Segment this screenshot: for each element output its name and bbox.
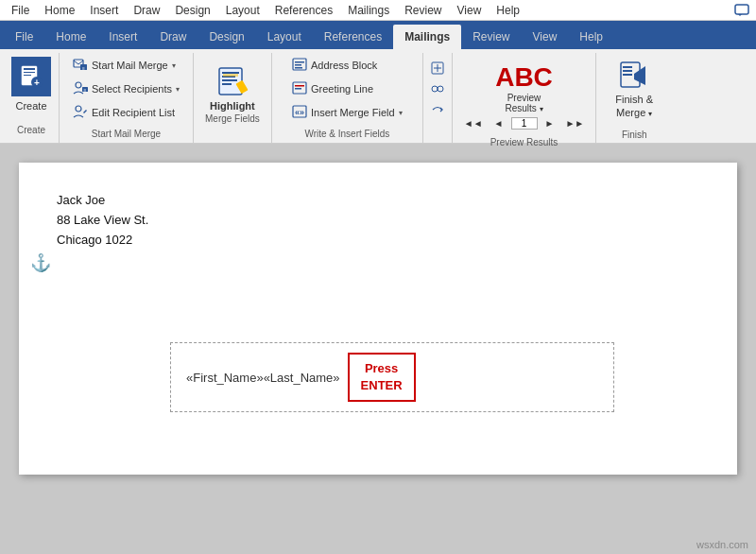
- update-labels-btn[interactable]: [427, 101, 448, 118]
- record-number-input[interactable]: [511, 117, 538, 130]
- menu-draw[interactable]: Draw: [126, 2, 167, 19]
- tab-help[interactable]: Help: [568, 25, 614, 49]
- svg-rect-36: [623, 74, 632, 76]
- greeting-line-btn[interactable]: Greeting Line: [286, 78, 408, 100]
- svg-rect-4: [24, 75, 31, 76]
- extra-buttons-group: [423, 53, 453, 143]
- svg-rect-15: [222, 72, 239, 74]
- svg-rect-22: [295, 61, 304, 63]
- start-mail-merge-group-label: Start Mail Merge: [92, 125, 161, 143]
- menu-review[interactable]: Review: [397, 2, 449, 19]
- svg-rect-2: [24, 68, 35, 70]
- svg-rect-18: [222, 83, 232, 85]
- highlight-merge-fields-btn[interactable]: Highlight Merge Fields: [201, 53, 264, 135]
- write-insert-fields-group-label: Write & Insert Fields: [304, 125, 389, 143]
- chat-icon[interactable]: [731, 0, 752, 21]
- last-record-btn[interactable]: ►►: [561, 117, 588, 130]
- press-enter-text: PressENTER: [361, 360, 403, 394]
- menu-file[interactable]: File: [4, 2, 37, 19]
- svg-rect-35: [623, 70, 632, 72]
- svg-rect-27: [295, 88, 301, 90]
- menu-insert[interactable]: Insert: [82, 2, 126, 19]
- watermark: wsxdn.com: [696, 539, 748, 550]
- svg-rect-20: [223, 74, 238, 77]
- svg-text:+: +: [34, 78, 40, 88]
- match-fields-btn[interactable]: [427, 80, 448, 97]
- next-btn[interactable]: ►: [541, 117, 558, 130]
- ribbon-group-start-mail-merge: ≡ Start Mail Merge ▾ ≡ Select Recipients…: [60, 53, 194, 143]
- anchor-icon: ⚓: [30, 252, 51, 273]
- svg-rect-34: [623, 66, 632, 68]
- ribbon: + Create Create ≡ Start Mail Merge ▾: [0, 49, 756, 144]
- address-block: Jack Joe 88 Lake View St. Chicago 1022: [57, 191, 699, 250]
- insert-merge-field-label: Insert Merge Field: [311, 107, 395, 118]
- menu-references[interactable]: References: [267, 2, 340, 19]
- ribbon-group-finish: Finish &Merge ▾ Finish: [596, 53, 672, 143]
- tab-references[interactable]: References: [313, 25, 393, 49]
- tab-layout[interactable]: Layout: [256, 25, 313, 49]
- edit-recipient-list-label: Edit Recipient List: [92, 107, 175, 118]
- svg-text:«»: «»: [295, 108, 304, 117]
- select-recipients-dropdown-icon: ▾: [176, 85, 180, 94]
- menu-view[interactable]: View: [450, 2, 490, 19]
- menu-help[interactable]: Help: [489, 2, 527, 19]
- address-line-3: Chicago 1022: [57, 231, 699, 251]
- tab-draw[interactable]: Draw: [148, 25, 198, 49]
- insert-merge-field-dropdown-icon: ▾: [399, 109, 403, 117]
- create-button[interactable]: + Create: [11, 57, 51, 112]
- document-page: ⚓ Jack Joe 88 Lake View St. Chicago 1022…: [19, 163, 737, 475]
- merge-field-text: «First_Name»«Last_Name»: [186, 371, 340, 385]
- svg-point-10: [76, 82, 81, 88]
- write-insert-buttons: Address Block Greeting Line «»: [286, 53, 408, 125]
- menu-mailings[interactable]: Mailings: [340, 2, 397, 19]
- tab-mailings[interactable]: Mailings: [393, 25, 461, 49]
- svg-point-13: [76, 106, 81, 112]
- tab-home[interactable]: Home: [44, 25, 97, 49]
- tab-review[interactable]: Review: [461, 25, 521, 49]
- insert-merge-field-btn[interactable]: «» Insert Merge Field ▾: [286, 102, 408, 124]
- address-block-btn[interactable]: Address Block: [286, 55, 408, 77]
- insert-merge-field-icon: «»: [292, 104, 307, 122]
- svg-text:≡: ≡: [82, 64, 85, 70]
- preview-results-btn[interactable]: ABC PreviewResults ▾: [491, 53, 557, 117]
- abc-icon: ABC: [495, 64, 553, 91]
- mail-merge-icon: ≡: [73, 57, 88, 75]
- svg-text:≡: ≡: [84, 87, 87, 93]
- menu-layout[interactable]: Layout: [218, 2, 267, 19]
- tab-design[interactable]: Design: [198, 25, 255, 49]
- finish-merge-label: Finish &Merge ▾: [615, 93, 653, 120]
- svg-rect-3: [24, 72, 35, 73]
- finish-merge-btn[interactable]: Finish &Merge ▾: [610, 53, 659, 126]
- rules-btn[interactable]: [427, 60, 448, 77]
- menu-bar: File Home Insert Draw Design Layout Refe…: [0, 0, 756, 21]
- address-line-1: Jack Joe: [57, 191, 699, 211]
- svg-point-31: [432, 86, 438, 92]
- menu-home[interactable]: Home: [37, 2, 82, 19]
- document-area: ⚓ Jack Joe 88 Lake View St. Chicago 1022…: [0, 144, 756, 554]
- start-mail-merge-label: Start Mail Merge: [92, 60, 168, 71]
- start-mail-merge-buttons: ≡ Start Mail Merge ▾ ≡ Select Recipients…: [67, 53, 185, 125]
- address-block-icon: [292, 57, 307, 75]
- create-label: Create: [15, 100, 46, 112]
- svg-rect-23: [295, 64, 301, 66]
- tab-insert[interactable]: Insert: [97, 25, 148, 49]
- prev-btn[interactable]: ◄: [490, 117, 507, 130]
- address-line-2: 88 Lake View St.: [57, 211, 699, 231]
- select-recipients-btn[interactable]: ≡ Select Recipients ▾: [67, 78, 185, 100]
- prev-record-btn[interactable]: ◄◄: [460, 117, 487, 130]
- svg-rect-0: [735, 5, 748, 14]
- menu-design[interactable]: Design: [167, 2, 217, 19]
- start-mail-merge-btn[interactable]: ≡ Start Mail Merge ▾: [67, 55, 185, 77]
- svg-rect-26: [295, 85, 304, 87]
- greeting-line-icon: [292, 80, 307, 98]
- merge-field-box[interactable]: «First_Name»«Last_Name» PressENTER: [170, 342, 614, 412]
- create-group-label: Create: [17, 121, 45, 139]
- ribbon-group-highlight: Highlight Merge Fields: [194, 53, 272, 143]
- highlight-label: Highlight: [210, 100, 255, 112]
- select-recipients-icon: ≡: [73, 80, 88, 98]
- tab-file[interactable]: File: [4, 25, 44, 49]
- start-mail-merge-dropdown-icon: ▾: [172, 61, 176, 70]
- ribbon-group-preview: ABC PreviewResults ▾ ◄◄ ◄ ► ►► Preview R…: [453, 53, 596, 143]
- edit-recipient-list-btn[interactable]: Edit Recipient List: [67, 102, 185, 124]
- tab-view[interactable]: View: [522, 25, 569, 49]
